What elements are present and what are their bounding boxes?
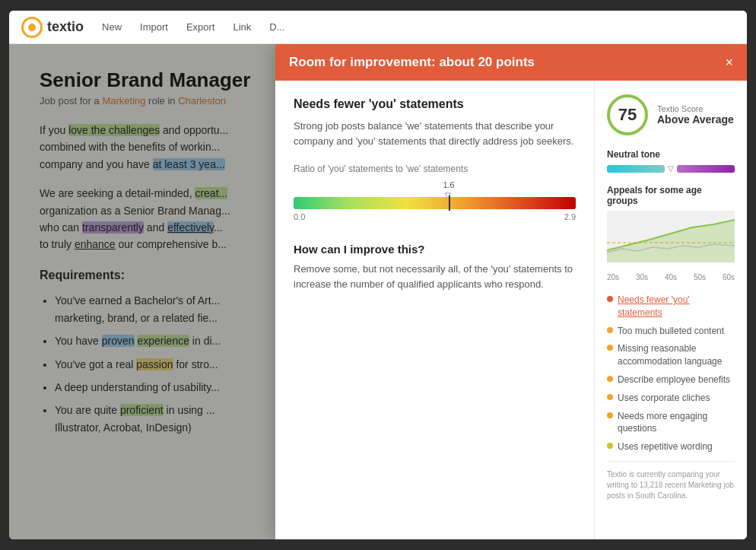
modal-close-button[interactable]: × xyxy=(725,56,733,69)
modal-header-title: Room for improvement: about 20 points xyxy=(289,55,535,70)
app-logo: textio xyxy=(21,17,84,38)
ratio-value: 1.6 xyxy=(441,180,456,189)
issue-text: Missing reasonable accommodation languag… xyxy=(618,342,735,368)
ratio-min: 0.0 xyxy=(294,212,305,221)
score-section: 75 Textio Score Above Average xyxy=(607,94,735,135)
nav-new[interactable]: New xyxy=(102,21,122,33)
tone-bar: ▽ xyxy=(607,164,735,173)
tone-bar-right xyxy=(677,165,735,173)
score-label-bottom: Above Average xyxy=(657,113,734,126)
app-window: textio New Import Export Link D... Senio… xyxy=(9,11,747,539)
issue-link[interactable]: Needs fewer 'you' statements xyxy=(618,294,735,320)
issue-text: Uses repetitive wording xyxy=(618,440,713,453)
ratio-label: Ratio of 'you' statements to 'we' statem… xyxy=(294,164,576,174)
issue-item: Uses repetitive wording xyxy=(607,440,735,453)
score-label-group: Textio Score Above Average xyxy=(657,104,734,126)
top-nav: textio New Import Export Link D... xyxy=(9,11,747,44)
issue-dot xyxy=(607,376,613,382)
tone-title: Neutral tone xyxy=(607,149,735,160)
issue-text: Too much bulleted content xyxy=(618,325,724,338)
issues-list: Needs fewer 'you' statements Too much bu… xyxy=(607,294,735,453)
issue-dot xyxy=(607,345,613,351)
modal-footer-note: Textio is currently comparing your writi… xyxy=(607,461,735,501)
age-chart-svg xyxy=(607,211,735,272)
age-label-50s: 50s xyxy=(694,273,706,281)
modal-body: Needs fewer 'you' statements Strong job … xyxy=(275,81,747,539)
age-label-30s: 30s xyxy=(636,273,648,281)
logo-text: textio xyxy=(47,19,84,35)
issue-item: Uses corporate cliches xyxy=(607,392,735,405)
improve-title: How can I improve this? xyxy=(294,243,576,256)
section1-text: Strong job posts balance 'we' statements… xyxy=(294,119,576,148)
nav-link[interactable]: Link xyxy=(233,21,251,33)
age-labels: 20s 30s 40s 50s 60s xyxy=(607,273,735,281)
ratio-scale: 0.0 2.9 xyxy=(294,212,576,221)
ratio-bar xyxy=(294,197,576,209)
main-content: Senior Brand Manager Job post for a Mark… xyxy=(9,44,747,539)
section1-title: Needs fewer 'you' statements xyxy=(294,97,576,111)
issue-text: Uses corporate cliches xyxy=(618,392,710,405)
modal-right-panel: 75 Textio Score Above Average Neutral to… xyxy=(595,81,747,539)
issue-dot xyxy=(607,443,613,449)
age-label-20s: 20s xyxy=(607,273,619,281)
issue-text: Needs more engaging questions xyxy=(618,410,735,436)
modal-header: Room for improvement: about 20 points × xyxy=(275,44,747,81)
ratio-max: 2.9 xyxy=(564,212,576,221)
issue-item: Missing reasonable accommodation languag… xyxy=(607,342,735,368)
issue-item: Too much bulleted content xyxy=(607,325,735,338)
age-label-40s: 40s xyxy=(665,273,677,281)
age-label-60s: 60s xyxy=(723,273,735,281)
nav-more[interactable]: D... xyxy=(269,21,284,33)
tone-bar-left xyxy=(607,165,665,173)
modal-left-panel: Needs fewer 'you' statements Strong job … xyxy=(275,81,595,539)
issue-item: Describe employee benefits xyxy=(607,374,735,386)
score-value: 75 xyxy=(618,105,637,125)
modal-panel: Room for improvement: about 20 points × … xyxy=(275,44,747,539)
score-label-top: Textio Score xyxy=(657,104,734,113)
ratio-bar-marker xyxy=(449,196,450,211)
issue-item: Needs more engaging questions xyxy=(607,410,735,436)
ratio-section: Ratio of 'you' statements to 'we' statem… xyxy=(294,164,576,221)
tone-arrow-icon: ▽ xyxy=(668,164,674,173)
issue-dot xyxy=(607,394,613,400)
age-title: Appeals for some age groups xyxy=(607,185,735,206)
nav-export[interactable]: Export xyxy=(186,21,215,33)
score-circle: 75 xyxy=(607,94,648,135)
nav-import[interactable]: Import xyxy=(140,21,168,33)
tone-section: Neutral tone ▽ xyxy=(607,149,735,173)
age-chart xyxy=(607,211,735,272)
issue-text: Describe employee benefits xyxy=(618,374,730,386)
issue-dot xyxy=(607,327,613,333)
issue-dot xyxy=(607,296,613,302)
issue-item: Needs fewer 'you' statements xyxy=(607,294,735,320)
age-section: Appeals for some age groups xyxy=(607,185,735,281)
logo-icon xyxy=(21,17,43,38)
improve-text: Remove some, but not necessarily all, of… xyxy=(294,262,576,291)
issue-dot xyxy=(607,412,613,418)
